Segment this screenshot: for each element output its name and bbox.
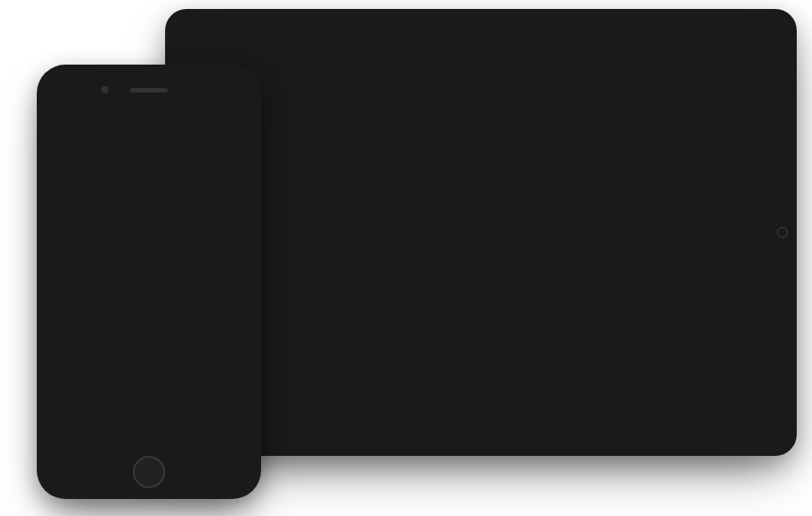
phone-camera xyxy=(101,86,109,93)
phone-home-button[interactable] xyxy=(133,456,165,488)
tablet-home-button[interactable] xyxy=(777,227,788,238)
phone-device xyxy=(37,65,261,499)
phone-speaker xyxy=(130,88,168,92)
